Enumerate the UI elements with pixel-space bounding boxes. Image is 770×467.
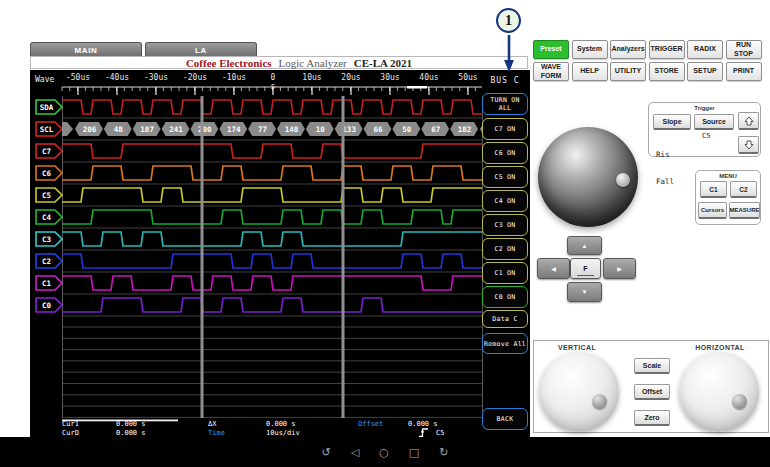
channel-row-C4: C4: [36, 210, 482, 224]
channel-label-C2[interactable]: C2: [36, 254, 62, 268]
channel-label-C0[interactable]: C0: [36, 298, 62, 312]
channel-label-C6[interactable]: C6: [36, 166, 62, 180]
svg-text:148: 148: [285, 125, 299, 134]
svg-text:C4: C4: [42, 213, 52, 222]
source-value: C5: [702, 132, 710, 141]
scale-button[interactable]: Scale: [634, 358, 670, 374]
cursor-1[interactable]: [201, 96, 204, 418]
home-icon[interactable]: ○: [379, 447, 389, 458]
menu-button-print[interactable]: PRINT: [726, 62, 762, 81]
channel-row-C3: C3: [36, 232, 482, 246]
zero-button[interactable]: Zero: [634, 410, 670, 426]
right-arrow-icon: ▶: [617, 265, 622, 272]
c7-on-button[interactable]: C7 ON: [482, 118, 528, 140]
down-arrow-icon: ▼: [582, 289, 588, 295]
wave-C7: [62, 144, 482, 158]
c5-on-button[interactable]: C5 ON: [482, 166, 528, 188]
horizontal-knob[interactable]: [679, 352, 759, 432]
slope-button[interactable]: Slope: [653, 114, 691, 130]
rotate-left-icon[interactable]: ↺: [322, 447, 331, 458]
menu-button-run-stop[interactable]: RUN STOP: [726, 40, 762, 59]
wave-C4: [62, 210, 482, 224]
multifunction-knob[interactable]: [538, 127, 638, 227]
dpad-right-button[interactable]: ▶: [603, 258, 636, 279]
f-underline: [577, 275, 593, 277]
app-name: Logic Analyzer: [279, 57, 347, 69]
tab-la[interactable]: LA: [145, 42, 257, 57]
source-button[interactable]: Source: [694, 114, 734, 130]
channel-row-C0: C0: [36, 298, 482, 312]
channel-row-C6: C6: [36, 166, 482, 180]
channel-label-SCL[interactable]: SCL: [36, 122, 62, 136]
data-c-button[interactable]: Data C: [482, 310, 528, 328]
channel-label-C7[interactable]: C7: [36, 144, 62, 158]
menu-button-system[interactable]: System: [572, 40, 608, 59]
dpad-up-button[interactable]: ▲: [567, 236, 602, 255]
time-tick-label: 40us: [419, 73, 438, 82]
offset-button[interactable]: Offset: [634, 384, 670, 400]
menu-button-store[interactable]: STORE: [649, 62, 685, 81]
svg-text:48: 48: [114, 125, 124, 134]
c2-button[interactable]: C2: [730, 181, 757, 198]
tab-main[interactable]: MAIN: [30, 42, 142, 57]
waveform-screen: Wave -50us-40us-30us-20us-10us0 s10us20u…: [30, 70, 530, 437]
channel-label-C1[interactable]: C1: [36, 276, 62, 290]
rotate-right-icon[interactable]: ↻: [439, 447, 448, 458]
overview-icon[interactable]: □: [409, 447, 419, 458]
channel-label-SDA[interactable]: SDA: [36, 100, 62, 114]
c1-on-button[interactable]: C1 ON: [482, 262, 528, 284]
cursors-button[interactable]: Cursors: [698, 202, 727, 219]
svg-text:174: 174: [227, 125, 241, 134]
menu-button-utility[interactable]: UTILITY: [610, 62, 646, 81]
svg-text:77: 77: [258, 125, 267, 134]
channel-label-C5[interactable]: C5: [36, 188, 62, 202]
wave-C6: [62, 166, 482, 180]
svg-text:C6: C6: [42, 169, 52, 178]
wave-SDA: [62, 100, 482, 114]
measure-button[interactable]: MEASURE: [729, 202, 760, 219]
svg-text:SCL: SCL: [40, 125, 54, 134]
c2-on-button[interactable]: C2 ON: [482, 238, 528, 260]
c1-button[interactable]: C1: [700, 181, 727, 198]
remove-all-button[interactable]: Remove All: [482, 333, 528, 354]
slope-value: Ris Fall: [656, 132, 683, 204]
menu-button-analyzers[interactable]: Analyzers: [610, 40, 646, 59]
time-tick-label: -30us: [144, 73, 168, 82]
back-icon[interactable]: ◁: [351, 447, 359, 458]
c0-on-button[interactable]: C0 ON: [482, 286, 528, 308]
menu-button-setup[interactable]: SETUP: [687, 62, 723, 81]
menu-button-wave-form[interactable]: WAVE FORM: [533, 62, 569, 81]
vertical-knob[interactable]: [539, 352, 619, 432]
svg-text:67: 67: [431, 125, 440, 134]
dpad-left-button[interactable]: ◀: [537, 258, 570, 279]
trigger-up-button[interactable]: [738, 112, 759, 130]
left-arrow-icon: ◀: [551, 265, 556, 272]
cursor-2[interactable]: [342, 96, 345, 418]
channel-label-C3[interactable]: C3: [36, 232, 62, 246]
svg-text:SDA: SDA: [40, 103, 54, 112]
turn-on-all-button[interactable]: TURN ON ALL: [482, 93, 528, 115]
menu-button-preset[interactable]: Preset: [533, 40, 569, 59]
menu-button-radix[interactable]: RADIX: [687, 40, 723, 59]
time-tick-label: 20us: [341, 73, 360, 82]
f-button-label: F: [583, 265, 587, 272]
c6-on-button[interactable]: C6 ON: [482, 142, 528, 164]
time-per-div-value: 10us/div: [266, 429, 300, 437]
curd-value: 0.000 s: [116, 429, 146, 437]
channel-label-C4[interactable]: C4: [36, 210, 62, 224]
svg-text:C3: C3: [42, 235, 52, 244]
svg-text:C2: C2: [42, 257, 51, 266]
back-button[interactable]: BACK: [482, 408, 528, 430]
trigger-down-button[interactable]: [738, 136, 759, 154]
c3-on-button[interactable]: C3 ON: [482, 214, 528, 236]
logic-analyzer-app: MAIN LA Coffee Electronics Logic Analyze…: [0, 0, 770, 467]
bus-name-label: BUS C: [482, 76, 528, 85]
menu-button-help[interactable]: HELP: [572, 62, 608, 81]
callout-1-badge: 1: [496, 8, 521, 33]
menu-button-trigger[interactable]: TRIGGER: [649, 40, 685, 59]
dpad-down-button[interactable]: ▼: [567, 282, 602, 302]
svg-text:200: 200: [198, 125, 212, 134]
menu-panel-title: MENU: [696, 173, 760, 179]
c4-on-button[interactable]: C4 ON: [482, 190, 528, 212]
dpad-f-button[interactable]: F: [570, 258, 601, 279]
